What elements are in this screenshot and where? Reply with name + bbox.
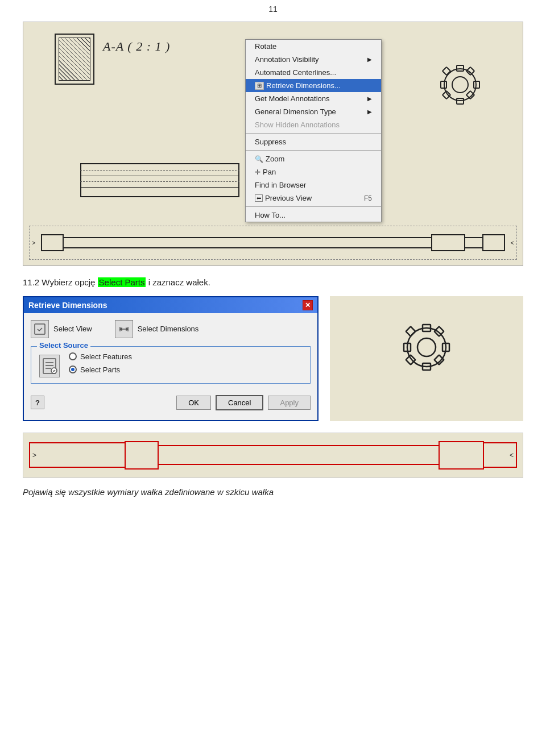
- menu-item-previous-view[interactable]: ⬅ Previous View F5: [246, 192, 381, 205]
- radio-options: Select Features Select Parts: [69, 352, 132, 374]
- menu-item-suppress[interactable]: Suppress: [246, 135, 381, 148]
- select-view-label: Select View: [53, 325, 92, 333]
- svg-rect-24: [406, 326, 416, 336]
- svg-rect-6: [442, 67, 450, 75]
- select-dimensions-option[interactable]: Select Dimensions: [115, 320, 199, 338]
- menu-item-automated-centerlines[interactable]: Automated Centerlines...: [246, 66, 381, 79]
- shaft-label-right: <: [511, 239, 516, 246]
- source-options: Select Features Select Parts: [39, 352, 302, 377]
- page-number: 11: [0, 0, 546, 16]
- highlight-select-parts: Select Parts: [98, 277, 146, 287]
- menu-item-pan[interactable]: ✛ Pan: [246, 165, 381, 178]
- bottom-shaft-area: > <: [23, 433, 523, 478]
- menu-item-how-to[interactable]: How To...: [246, 209, 381, 222]
- submenu-arrow-icon2: ▶: [367, 95, 372, 102]
- bar-rect: [80, 163, 239, 197]
- dialog-footer: ? OK Cancel Apply: [31, 392, 311, 410]
- shaft-area-top: > <: [29, 226, 517, 260]
- svg-rect-25: [435, 326, 444, 336]
- top-drawing-area: A-A ( 2 : 1 ): [23, 22, 523, 266]
- dialog-section: Retrieve Dimensions ✕ Select View: [23, 296, 523, 421]
- select-features-radio-circle[interactable]: [69, 352, 77, 360]
- select-source-label: Select Source: [37, 341, 90, 350]
- pan-icon: ✛: [255, 168, 260, 176]
- context-menu: Rotate Annotation Visibility ▶ Automated…: [245, 39, 382, 222]
- bottom-text: Pojawią się wszystkie wymiary wałka zdef…: [23, 486, 523, 499]
- source-icon: [39, 355, 60, 377]
- retrieve-dimensions-icon: ⊞: [255, 82, 264, 90]
- dialog-title: Retrieve Dimensions: [28, 301, 107, 310]
- menu-separator3: [246, 206, 381, 207]
- submenu-arrow-icon: ▶: [367, 56, 372, 63]
- select-parts-radio[interactable]: Select Parts: [69, 365, 132, 374]
- bar-line3: [80, 181, 239, 182]
- section-text: 11.2 Wybierz opcję Select Parts i zaznac…: [23, 276, 523, 289]
- zoom-icon: 🔍: [255, 155, 263, 163]
- retrieve-dimensions-dialog: Retrieve Dimensions ✕ Select View: [23, 296, 318, 421]
- bar-line4: [80, 187, 239, 188]
- menu-item-zoom[interactable]: 🔍 Zoom: [246, 152, 381, 165]
- menu-item-retrieve-dimensions[interactable]: ⊞ Retrieve Dimensions...: [246, 79, 381, 92]
- svg-point-1: [452, 77, 468, 93]
- menu-separator1: [246, 133, 381, 134]
- svg-rect-9: [466, 91, 474, 99]
- select-parts-radio-circle[interactable]: [69, 365, 77, 373]
- previous-view-icon: ⬅: [255, 194, 263, 202]
- bottom-shaft-right-label: <: [510, 451, 514, 459]
- submenu-arrow-icon3: ▶: [367, 109, 372, 115]
- svg-rect-26: [406, 355, 416, 364]
- help-button[interactable]: ?: [31, 396, 44, 409]
- gear-drawing-dialog: [392, 313, 461, 381]
- part-rectangle: [55, 34, 94, 85]
- cancel-button[interactable]: Cancel: [216, 395, 263, 410]
- menu-separator2: [246, 150, 381, 151]
- drawing-title: A-A ( 2 : 1 ): [103, 39, 170, 54]
- select-view-option[interactable]: Select View: [31, 320, 92, 338]
- menu-item-annotation-visibility[interactable]: Annotation Visibility ▶: [246, 53, 381, 66]
- select-dimensions-icon: [115, 320, 133, 338]
- svg-point-19: [417, 338, 436, 356]
- menu-item-general-dimension-type[interactable]: General Dimension Type ▶: [246, 105, 381, 118]
- bar-line1: [80, 170, 239, 171]
- gear-drawing-top: [432, 56, 489, 115]
- ok-button[interactable]: OK: [176, 396, 211, 410]
- apply-button[interactable]: Apply: [268, 396, 311, 410]
- dialog-right-area: [330, 296, 523, 421]
- menu-item-find-in-browser[interactable]: Find in Browser: [246, 178, 381, 192]
- select-dimensions-label: Select Dimensions: [138, 325, 199, 333]
- shortcut-f5: F5: [364, 194, 372, 202]
- select-features-label: Select Features: [80, 352, 132, 361]
- dialog-body: Select View Select Dimensions Select Sou: [24, 313, 317, 417]
- svg-rect-10: [35, 324, 45, 334]
- bottom-shaft-left-label: >: [32, 451, 36, 459]
- dialog-top-row: Select View Select Dimensions: [31, 320, 311, 338]
- menu-item-show-hidden-annotations: Show Hidden Annotations: [246, 118, 381, 131]
- bar-line2: [80, 176, 239, 176]
- select-parts-label: Select Parts: [80, 365, 120, 374]
- select-features-radio[interactable]: Select Features: [69, 352, 132, 361]
- svg-rect-27: [435, 355, 444, 364]
- shaft-label-left: >: [30, 239, 35, 246]
- menu-item-get-model-annotations[interactable]: Get Model Annotations ▶: [246, 92, 381, 105]
- select-source-group: Select Source: [31, 346, 311, 384]
- menu-item-rotate[interactable]: Rotate: [246, 40, 381, 53]
- select-view-icon: [31, 320, 49, 338]
- dialog-close-button[interactable]: ✕: [303, 300, 313, 310]
- dialog-titlebar: Retrieve Dimensions ✕: [24, 297, 317, 313]
